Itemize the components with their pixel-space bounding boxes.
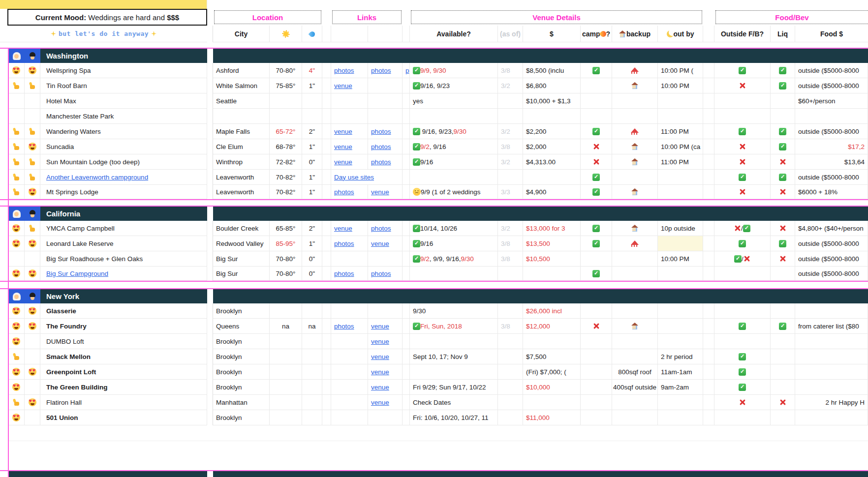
cell-link2[interactable] — [368, 109, 403, 124]
cell-link2[interactable]: photos — [368, 154, 403, 170]
cell-link1[interactable]: photos — [331, 319, 368, 334]
cell-rain[interactable] — [302, 364, 322, 380]
cell-r2[interactable] — [25, 154, 40, 170]
section-bar-california[interactable]: California — [0, 206, 868, 221]
cell-price[interactable]: $10,000 — [523, 380, 581, 395]
cell-r2[interactable] — [25, 410, 40, 425]
cell-backup[interactable] — [612, 170, 658, 185]
cell-r1[interactable] — [8, 251, 25, 267]
cell-camp[interactable] — [581, 139, 612, 154]
cell-backup[interactable] — [612, 63, 658, 78]
cell-backup[interactable] — [612, 236, 658, 251]
cell-sun[interactable]: 65-72° — [270, 124, 302, 139]
cell-food[interactable]: outside ($5000-8000 — [795, 170, 868, 185]
cell-liq[interactable] — [771, 185, 795, 199]
cell-r1[interactable] — [8, 303, 25, 319]
column-header-rain[interactable] — [302, 26, 322, 42]
link[interactable]: venue — [334, 143, 352, 150]
cell-sun[interactable]: 70-82° — [270, 170, 302, 185]
cell-as_of[interactable]: 3/8 — [498, 251, 523, 267]
cell-food[interactable]: outside ($5000-8000 — [795, 63, 868, 78]
section-emoji-cell[interactable] — [25, 207, 40, 221]
cell-city[interactable]: Big Sur — [213, 267, 270, 281]
cell-camp[interactable] — [581, 380, 612, 395]
cell-sun[interactable]: 85-95° — [270, 236, 302, 251]
cell-out_by[interactable] — [658, 303, 703, 319]
cell-link2[interactable] — [368, 303, 403, 319]
cell-food[interactable]: $60+/person — [795, 93, 868, 109]
cell-backup[interactable] — [612, 109, 658, 124]
cell-available[interactable]: 9/16 — [410, 236, 498, 251]
cell-backup[interactable] — [612, 267, 658, 281]
cell-link1[interactable] — [331, 109, 368, 124]
cell-available[interactable]: Fri: 10/6, 10/20, 10/27, 11 — [410, 410, 498, 425]
cell-link1[interactable]: photos — [331, 63, 368, 78]
cell-city[interactable]: Winthrop — [213, 154, 270, 170]
cell-food[interactable] — [795, 349, 868, 364]
cell-liq[interactable] — [771, 124, 795, 139]
cell-outside_fb[interactable] — [714, 395, 771, 410]
cell-r2[interactable] — [25, 319, 40, 334]
link[interactable]: p — [405, 67, 409, 74]
column-header-sun[interactable] — [270, 26, 302, 42]
cell-sun[interactable]: 70-82° — [270, 185, 302, 199]
cell-liq[interactable] — [771, 236, 795, 251]
cell-backup[interactable] — [612, 410, 658, 425]
cell-price[interactable] — [523, 109, 581, 124]
cell-name[interactable]: Wandering Waters — [40, 124, 207, 139]
cell-link3[interactable] — [403, 236, 410, 251]
cell-link2[interactable] — [368, 93, 403, 109]
cell-food[interactable] — [795, 109, 868, 124]
cell-food[interactable]: $13,64 — [795, 154, 868, 170]
cell-available[interactable] — [410, 170, 498, 185]
cell-link3[interactable] — [403, 410, 410, 425]
cell-food[interactable]: $17,2 — [795, 139, 868, 154]
cell-rain[interactable] — [302, 349, 322, 364]
cell-camp[interactable] — [581, 349, 612, 364]
cell-price[interactable]: $13,500 — [523, 236, 581, 251]
cell-name[interactable]: Glasserie — [40, 303, 207, 319]
cell-outside_fb[interactable] — [714, 334, 771, 349]
cell-link2[interactable]: venue — [368, 185, 403, 199]
cell-link2[interactable] — [368, 410, 403, 425]
cell-food[interactable]: outside ($5000-8000 — [795, 236, 868, 251]
cell-rain[interactable]: 1" — [302, 78, 322, 93]
cell-liq[interactable] — [771, 170, 795, 185]
column-header-city[interactable]: City — [213, 26, 270, 42]
cell-r2[interactable] — [25, 380, 40, 395]
cell-city[interactable]: Ashford — [213, 63, 270, 78]
cell-rain[interactable] — [302, 395, 322, 410]
cell-city[interactable]: Queens — [213, 319, 270, 334]
cell-link3[interactable] — [403, 185, 410, 199]
cell-sun[interactable] — [270, 303, 302, 319]
cell-price[interactable]: $7,500 — [523, 349, 581, 364]
cell-city[interactable]: Manhattan — [213, 395, 270, 410]
cell-food[interactable] — [795, 334, 868, 349]
cell-out_by[interactable]: 2 hr period — [658, 349, 703, 364]
cell-price[interactable] — [523, 170, 581, 185]
link[interactable]: venue — [334, 158, 352, 166]
cell-available[interactable]: 9/2, 9/9, 9/16, 9/30 — [410, 251, 498, 267]
cell-price[interactable]: $6,800 — [523, 78, 581, 93]
cell-sun[interactable]: 72-82° — [270, 154, 302, 170]
cell-liq[interactable] — [771, 221, 795, 236]
cell-camp[interactable] — [581, 334, 612, 349]
link[interactable]: photos — [371, 158, 391, 166]
cell-rain[interactable]: 2" — [302, 124, 322, 139]
cell-r1[interactable] — [8, 380, 25, 395]
cell-outside_fb[interactable] — [714, 139, 771, 154]
cell-r1[interactable] — [8, 410, 25, 425]
cell-city[interactable]: Big Sur — [213, 251, 270, 267]
cell-backup[interactable] — [612, 185, 658, 199]
cell-outside_fb[interactable] — [714, 154, 771, 170]
cell-out_by[interactable]: 10:00 PM — [658, 78, 703, 93]
link[interactable]: photos — [334, 240, 354, 247]
cell-available[interactable]: Sept 10, 17; Nov 9 — [410, 349, 498, 364]
cell-as_of[interactable]: 3/2 — [498, 154, 523, 170]
column-header-as-of[interactable]: (as of) — [498, 26, 523, 42]
link[interactable]: venue — [334, 82, 352, 89]
cell-camp[interactable] — [581, 221, 612, 236]
cell-sun[interactable]: 75-85° — [270, 78, 302, 93]
cell-as_of[interactable]: 3/8 — [498, 139, 523, 154]
link[interactable]: venue — [334, 128, 352, 135]
